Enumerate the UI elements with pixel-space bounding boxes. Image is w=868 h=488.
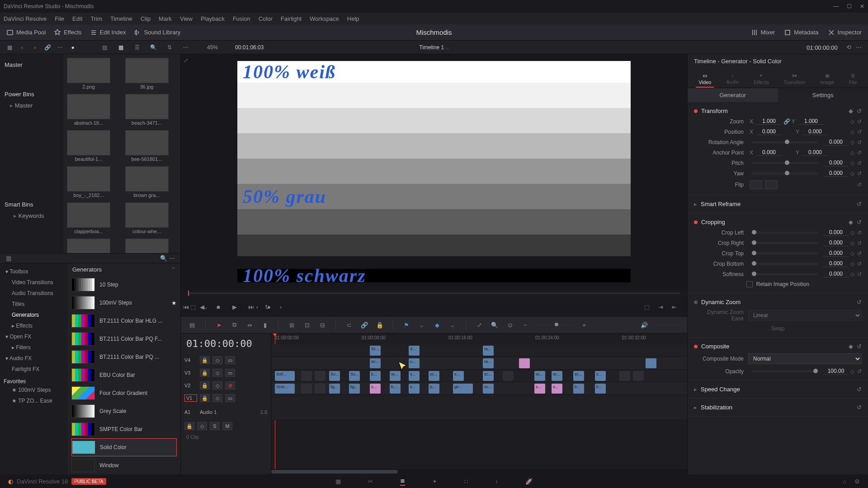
media-thumb[interactable]: colour-whe... bbox=[125, 202, 169, 234]
transform-header[interactable]: Transform◆↺ bbox=[694, 106, 862, 116]
prev-edit-icon[interactable]: ‹ bbox=[253, 303, 261, 311]
out-point-icon[interactable]: ⇥ bbox=[656, 303, 665, 311]
list-view-icon[interactable]: ☰ bbox=[133, 43, 141, 52]
lock-v4-icon[interactable]: 🔒 bbox=[200, 356, 210, 364]
fx-cat-openfx[interactable]: ▾ Open FX bbox=[4, 331, 64, 342]
marker-icon[interactable]: ◆ bbox=[433, 321, 441, 329]
edit-index-toggle[interactable]: Edit Index bbox=[90, 29, 126, 36]
insert-clip-icon[interactable]: ⊞ bbox=[288, 321, 296, 329]
fx-cat-effects[interactable]: ▸ Effects bbox=[4, 320, 64, 331]
fx-cat-filters[interactable]: ▸ Filters bbox=[4, 342, 64, 353]
sort-icon[interactable]: ⇅ bbox=[165, 43, 174, 52]
menu-workspace[interactable]: Workspace bbox=[310, 15, 339, 22]
volume-slider[interactable] bbox=[653, 324, 680, 326]
page-deliver-icon[interactable]: 🚀 bbox=[525, 478, 533, 485]
generator-item[interactable]: Window bbox=[71, 456, 177, 474]
page-color-icon[interactable]: ∷ bbox=[464, 478, 468, 485]
dynamic-zoom-header[interactable]: Dynamic Zoom↺ bbox=[694, 297, 862, 307]
window-maximize-icon[interactable]: ☐ bbox=[847, 3, 852, 9]
fx-panel-icon[interactable]: ▥ bbox=[5, 254, 13, 263]
crop-top-field[interactable]: 0.000 bbox=[823, 250, 849, 257]
media-thumb[interactable]: dog-18014... bbox=[125, 239, 169, 253]
zoom-out-icon[interactable]: − bbox=[521, 321, 529, 329]
flag-icon[interactable]: ⚑ bbox=[402, 321, 410, 329]
menu-davinci[interactable]: DaVinci Resolve bbox=[4, 15, 47, 22]
power-bin-master[interactable]: Master bbox=[5, 100, 59, 111]
media-thumb[interactable]: desert-471... bbox=[67, 239, 110, 253]
solo-a1[interactable]: S bbox=[210, 422, 220, 430]
fav-100mv[interactable]: ★ 100mV Steps bbox=[4, 385, 64, 395]
favorite-star-icon[interactable]: ★ bbox=[171, 300, 177, 306]
media-pool-toggle[interactable]: Media Pool bbox=[6, 29, 46, 36]
page-cut-icon[interactable]: ✂ bbox=[368, 478, 373, 485]
generator-item[interactable]: SMPTE Color Bar bbox=[71, 420, 177, 438]
softness-field[interactable]: 0.000 bbox=[823, 271, 849, 277]
menu-mark[interactable]: Mark bbox=[159, 15, 172, 22]
fx-options-icon[interactable]: ⋯ bbox=[168, 254, 176, 263]
menu-file[interactable]: File bbox=[55, 15, 64, 22]
track-header-v1[interactable]: V1🔒◇▭ bbox=[181, 392, 271, 404]
sound-library-toggle[interactable]: Sound Library bbox=[134, 29, 180, 36]
generator-item[interactable]: BT.2111 Color Bar HLG ... bbox=[71, 312, 177, 330]
mixer-toggle[interactable]: Mixer bbox=[751, 29, 775, 36]
flag-dropdown-icon[interactable]: ⌵ bbox=[418, 321, 426, 329]
generator-item[interactable]: 100mV Steps★ bbox=[71, 294, 177, 312]
linked-selection-icon[interactable]: 🔗 bbox=[360, 321, 368, 329]
add-keyframe-icon[interactable]: ◆ bbox=[849, 108, 853, 114]
crop-right-field[interactable]: 0.000 bbox=[823, 239, 849, 246]
clip-v4-3[interactable]: ra... bbox=[483, 346, 494, 356]
inspector-tab-video[interactable]: ▭Video bbox=[696, 71, 714, 88]
zoom-in-icon[interactable]: + bbox=[580, 321, 588, 329]
play-around-icon[interactable]: ● bbox=[265, 303, 273, 311]
timeline-name[interactable]: Timeline 1 bbox=[419, 44, 444, 51]
track-lane-v1[interactable]: Scre... lig... lig... s... b... s... p..… bbox=[271, 382, 687, 395]
cropping-header[interactable]: Cropping◆↺ bbox=[694, 217, 862, 227]
link-icon[interactable]: 🔗 bbox=[43, 43, 52, 52]
inspector-toggle[interactable]: Inspector bbox=[828, 29, 862, 36]
menu-view[interactable]: View bbox=[180, 15, 193, 22]
menu-help[interactable]: Help bbox=[347, 15, 359, 22]
menu-fairlight[interactable]: Fairlight bbox=[281, 15, 302, 22]
match-frame-icon[interactable]: ⬚ bbox=[643, 303, 651, 311]
home-icon[interactable]: ⌂ bbox=[843, 478, 846, 485]
composite-header[interactable]: Composite◆↺ bbox=[694, 341, 862, 352]
anchor-y-field[interactable]: 0.000 bbox=[802, 149, 828, 156]
stabilization-header[interactable]: ▸Stabilization↺ bbox=[694, 402, 862, 413]
zoom-custom-icon[interactable]: ⊙ bbox=[506, 321, 514, 329]
track-header-a1-controls[interactable]: 🔒◇SM bbox=[181, 420, 271, 432]
metadata-toggle[interactable]: Metadata bbox=[784, 29, 818, 36]
dynamic-zoom-ease-select[interactable]: Linear bbox=[748, 310, 862, 321]
smart-reframe-header[interactable]: ▸Smart Reframe↺ bbox=[694, 199, 862, 209]
media-thumb[interactable]: 36.jpg bbox=[125, 58, 169, 89]
search-icon[interactable]: 🔍 bbox=[149, 43, 157, 52]
stop-icon[interactable]: ■ bbox=[213, 302, 223, 312]
crop-bottom-slider[interactable] bbox=[752, 263, 818, 265]
track-lane-a1[interactable] bbox=[271, 395, 687, 420]
timeline-viewer[interactable]: ⤢ 100% weiß 50% grau 100% schwarz bbox=[181, 54, 687, 289]
crop-left-field[interactable]: 0.000 bbox=[823, 229, 849, 236]
crop-left-slider[interactable] bbox=[752, 232, 818, 234]
timeline-timecode[interactable]: 01:00:00:00 bbox=[181, 333, 271, 354]
clip-v4-1[interactable]: Sc... bbox=[370, 346, 381, 356]
inspector-subtab-settings[interactable]: Settings bbox=[778, 88, 868, 102]
marker-dropdown-icon[interactable]: ⌵ bbox=[448, 321, 457, 329]
generator-item[interactable]: BT.2111 Color Bar PQ ... bbox=[71, 348, 177, 366]
generator-item[interactable]: Four Color Gradient bbox=[71, 384, 177, 402]
media-thumb[interactable]: boy_-_2182... bbox=[67, 166, 110, 198]
media-thumb[interactable]: 2.png bbox=[67, 58, 110, 89]
in-point-icon[interactable]: ⇤ bbox=[670, 303, 678, 311]
media-thumb[interactable]: clapperboa... bbox=[67, 202, 110, 234]
project-settings-icon[interactable]: ⚙ bbox=[854, 478, 860, 485]
media-thumb[interactable]: brown gra... bbox=[125, 166, 169, 198]
crop-right-slider[interactable] bbox=[752, 242, 818, 244]
track-header-v2[interactable]: V2🔒◇⊘ bbox=[181, 379, 271, 392]
fx-cat-toolbox[interactable]: ▾ Toolbox bbox=[4, 266, 64, 277]
rotation-field[interactable]: 0.000 bbox=[823, 139, 849, 145]
zoom-detail-icon[interactable]: 🔍 bbox=[491, 321, 499, 329]
menu-color[interactable]: Color bbox=[259, 15, 273, 22]
selection-tool-icon[interactable]: ➤ bbox=[215, 321, 223, 329]
zoom-x-field[interactable]: 1.000 bbox=[756, 118, 782, 125]
menu-edit[interactable]: Edit bbox=[72, 15, 82, 22]
blade-tool-icon[interactable]: ▮ bbox=[261, 321, 269, 329]
composite-mode-select[interactable]: Normal bbox=[748, 353, 862, 364]
